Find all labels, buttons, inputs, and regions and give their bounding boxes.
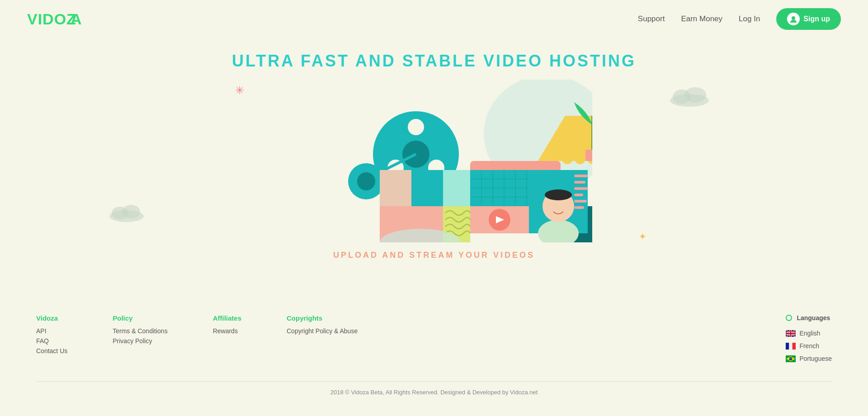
svg-text:A: A [71,10,81,28]
lang-english-label: English [799,330,820,337]
globe-icon [786,315,792,321]
svg-rect-48 [574,175,588,177]
footer-link-privacy[interactable]: Privacy Policy [113,337,167,345]
svg-rect-42 [380,170,411,206]
nav-log-in[interactable]: Log In [739,14,760,24]
svg-point-46 [575,153,585,164]
svg-rect-50 [574,187,588,190]
site-footer: Vidoza API FAQ Contact Us Policy Terms &… [0,296,868,405]
main-nav: Support Earn Money Log In Sign up [638,8,841,30]
nav-earn-money[interactable]: Earn Money [681,14,722,24]
footer-link-contact[interactable]: Contact Us [36,347,67,355]
avatar-icon [787,13,800,25]
cloud-left-icon [108,202,145,224]
footer-link-copyright-policy[interactable]: Copyright Policy & Abuse [287,327,358,335]
svg-point-8 [684,87,706,103]
lang-portuguese[interactable]: Portuguese [786,355,832,365]
footer-bottom: 2018 © Vidoza Beta, All Rights Reserved.… [36,381,832,396]
svg-rect-68 [789,343,793,350]
footer-copyrights-heading: Copyrights [287,314,358,322]
footer-col-copyrights: Copyrights Copyright Policy & Abuse [287,314,358,368]
svg-rect-67 [786,343,789,350]
svg-rect-40 [443,170,470,206]
footer-link-api[interactable]: API [36,327,67,335]
signup-button[interactable]: Sign up [776,8,841,30]
copyright-text: 2018 © Vidoza Beta, All Rights Reserved.… [330,389,538,396]
signup-label: Sign up [803,15,830,23]
svg-point-45 [562,153,573,164]
svg-rect-53 [574,206,584,209]
pink-star-icon: ✳ [235,84,244,97]
hero-title: ULTRA FAST AND STABLE VIDEO HOSTING [0,52,868,71]
hero-subtitle: UPLOAD AND STREAM YOUR VIDEOS [0,251,868,260]
svg-point-2 [792,16,795,20]
svg-rect-69 [793,343,796,350]
footer-link-faq[interactable]: FAQ [36,337,67,345]
svg-point-12 [408,119,424,135]
footer-vidoza-heading: Vidoza [36,314,67,322]
footer-col-vidoza: Vidoza API FAQ Contact Us [36,314,67,368]
svg-rect-51 [574,194,583,196]
footer-col-languages: Languages English [786,314,832,368]
site-header: VIDOZ A Support Earn Money Log In Sign u… [0,0,868,38]
logo[interactable]: VIDOZ A [27,8,81,30]
flag-uk-icon [786,330,796,337]
footer-link-terms[interactable]: Terms & Conditions [113,327,167,335]
hero-area: ✳ ✦ [0,80,868,269]
footer-languages-heading: Languages [786,314,832,324]
lang-english[interactable]: English [786,330,832,340]
svg-text:VIDOZ: VIDOZ [27,10,76,28]
footer-policy-heading: Policy [113,314,167,322]
flag-br-icon [786,355,796,362]
lang-portuguese-label: Portuguese [799,355,832,362]
svg-rect-43 [411,170,443,206]
svg-point-38 [545,189,572,200]
yellow-star-icon: ✦ [639,231,646,242]
footer-col-policy: Policy Terms & Conditions Privacy Policy [113,314,167,368]
cloud-right-icon [669,84,710,109]
nav-support[interactable]: Support [638,14,665,24]
footer-columns: Vidoza API FAQ Contact Us Policy Terms &… [36,314,832,368]
svg-point-5 [122,205,140,218]
svg-rect-49 [574,181,585,184]
lang-french-label: French [799,342,819,350]
footer-affiliates-heading: Affiliates [213,314,241,322]
lang-french[interactable]: French [786,342,832,352]
flag-fr-icon [786,343,796,350]
svg-rect-55 [585,150,592,161]
footer-link-rewards[interactable]: Rewards [213,327,241,335]
footer-col-affiliates: Affiliates Rewards [213,314,241,368]
hero-section: ULTRA FAST AND STABLE VIDEO HOSTING ✳ ✦ [0,38,868,269]
hero-illustration [276,80,592,242]
svg-point-17 [357,172,375,190]
svg-rect-52 [574,200,587,203]
